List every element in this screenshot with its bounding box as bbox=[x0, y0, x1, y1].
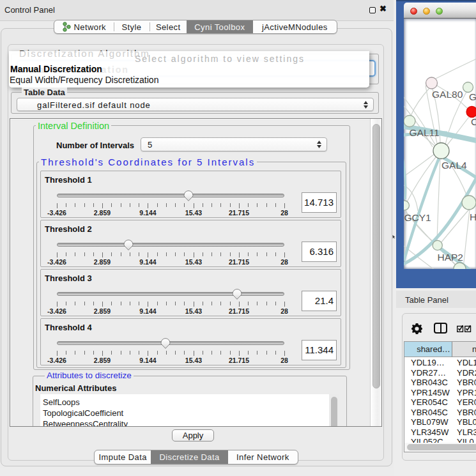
svg-text:GA: GA bbox=[469, 91, 476, 102]
svg-text:GAL80: GAL80 bbox=[432, 89, 463, 100]
svg-text:GCY1: GCY1 bbox=[404, 212, 431, 223]
svg-text:C: C bbox=[471, 116, 476, 127]
svg-text:GAL4: GAL4 bbox=[441, 160, 467, 171]
svg-text:HAP2: HAP2 bbox=[438, 252, 464, 263]
svg-text:H: H bbox=[470, 211, 476, 222]
svg-text:GAL11: GAL11 bbox=[410, 127, 440, 138]
